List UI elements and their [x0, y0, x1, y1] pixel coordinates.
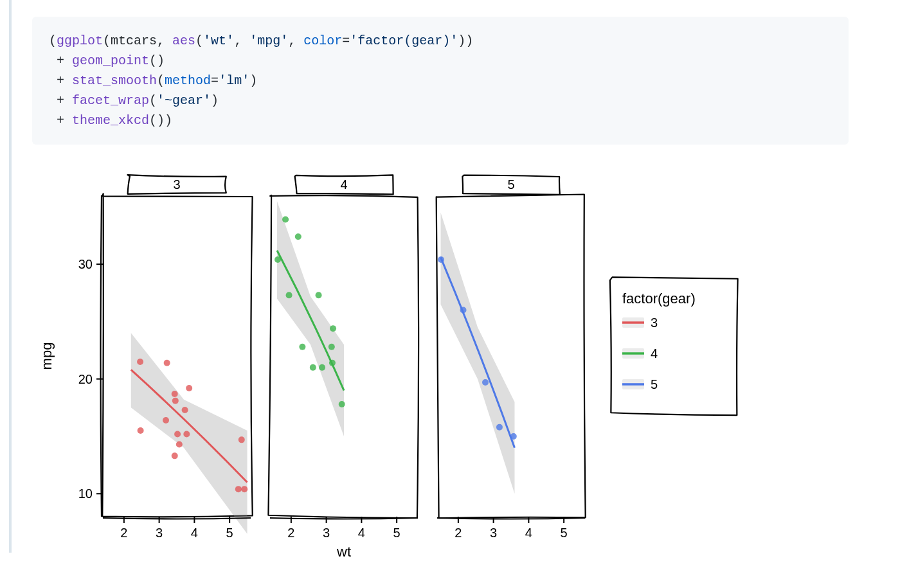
data-point — [282, 217, 289, 223]
facet-label: 5 — [507, 177, 514, 192]
data-point — [172, 452, 178, 459]
x-tick-label: 3 — [156, 526, 163, 540]
x-tick-label: 5 — [393, 526, 401, 540]
quote-bar — [9, 0, 12, 553]
x-tick-label: 2 — [287, 526, 294, 540]
facet-label: 3 — [173, 177, 180, 192]
x-tick-label: 2 — [455, 526, 462, 540]
data-point — [163, 417, 169, 423]
data-point — [164, 360, 170, 366]
data-point — [438, 256, 444, 263]
x-tick-label: 2 — [120, 526, 127, 540]
data-point — [235, 486, 242, 492]
data-point — [329, 360, 336, 366]
facet-label: 4 — [340, 177, 347, 192]
data-point — [299, 344, 305, 350]
x-tick-label: 5 — [561, 526, 568, 540]
x-tick-label: 4 — [525, 526, 532, 540]
data-point — [496, 424, 503, 431]
legend-label: 5 — [651, 377, 658, 391]
data-point — [182, 407, 188, 413]
data-point — [174, 431, 181, 437]
confidence-band — [440, 213, 514, 494]
data-point — [339, 401, 345, 407]
x-tick-label: 5 — [226, 526, 233, 540]
data-point — [274, 256, 281, 263]
data-point — [295, 233, 302, 240]
fn-ggplot: ggplot — [57, 33, 103, 48]
data-point — [310, 364, 316, 371]
data-point — [241, 486, 248, 492]
code-block: (ggplot(mtcars, aes('wt', 'mpg', color='… — [32, 17, 849, 145]
x-tick-label: 4 — [358, 526, 365, 540]
x-tick-label: 4 — [191, 526, 198, 540]
data-point — [176, 441, 183, 448]
x-axis-title: wt — [336, 544, 351, 560]
y-tick-label: 30 — [78, 257, 93, 271]
x-tick-label: 3 — [323, 526, 330, 540]
y-axis-title: mpg — [39, 343, 55, 370]
data-point — [482, 379, 489, 386]
data-point — [510, 433, 517, 440]
faceted-scatter-plot: mpg323454234552345102030wtfactor(gear)34… — [32, 170, 739, 568]
legend-title: factor(gear) — [622, 290, 696, 307]
data-point — [330, 325, 336, 332]
data-point — [319, 364, 325, 371]
data-point — [286, 292, 292, 298]
y-tick-label: 20 — [78, 372, 93, 386]
data-point — [137, 359, 143, 365]
data-point — [239, 436, 245, 443]
y-tick-label: 10 — [78, 486, 93, 501]
data-point — [172, 398, 179, 404]
legend-label: 4 — [651, 346, 658, 361]
data-point — [138, 427, 144, 434]
data-point — [328, 344, 335, 350]
data-point — [172, 391, 178, 397]
data-point — [183, 431, 190, 437]
data-point — [186, 385, 192, 391]
data-point — [460, 307, 467, 314]
legend-label: 3 — [651, 316, 658, 330]
x-tick-label: 3 — [490, 526, 497, 540]
data-point — [316, 292, 322, 298]
